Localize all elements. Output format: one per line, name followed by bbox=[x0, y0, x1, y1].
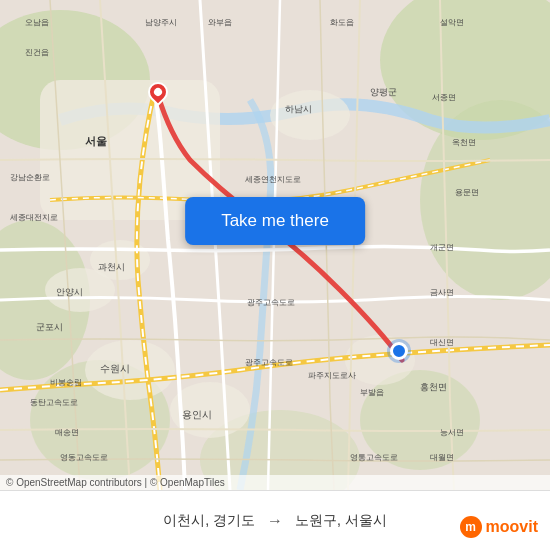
moovit-logo-text: moovit bbox=[486, 518, 538, 536]
current-location-dot bbox=[390, 342, 408, 360]
take-me-there-button[interactable]: Take me there bbox=[185, 197, 365, 245]
from-location: 이천시, 경기도 bbox=[163, 512, 255, 530]
route-overlay bbox=[0, 0, 550, 490]
moovit-logo: m moovit bbox=[460, 516, 538, 538]
map-attribution: © OpenStreetMap contributors | © OpenMap… bbox=[0, 475, 550, 490]
map-container[interactable]: 서울 과천시 안양시 군포시 수원시 용인시 하남시 양평군 남양주시 화도읍 … bbox=[0, 0, 550, 490]
moovit-logo-icon: m bbox=[460, 516, 482, 538]
to-location: 노원구, 서울시 bbox=[295, 512, 387, 530]
direction-arrow-icon: → bbox=[267, 512, 283, 530]
bottom-bar: 이천시, 경기도 → 노원구, 서울시 m moovit bbox=[0, 490, 550, 550]
